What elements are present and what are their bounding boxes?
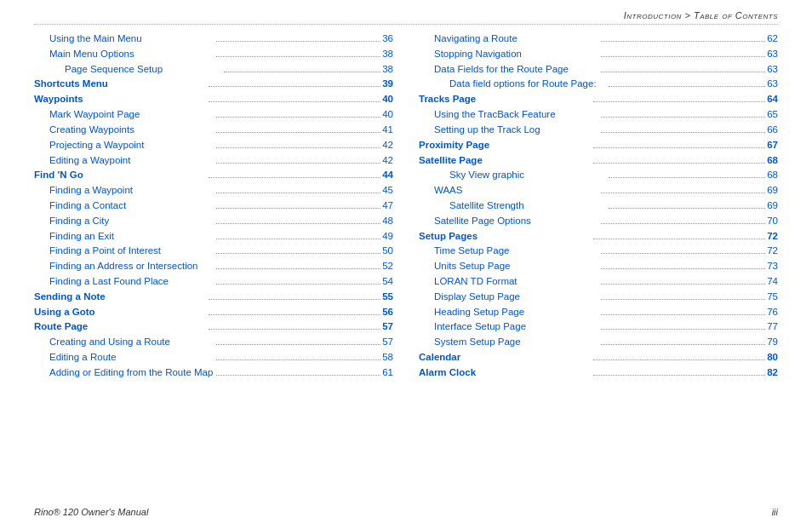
toc-entry: Main Menu Options38 <box>34 47 393 62</box>
toc-dots <box>224 72 381 72</box>
toc-entry: Creating and Using a Route57 <box>34 335 393 350</box>
toc-dots <box>601 56 766 57</box>
toc-entry-page: 79 <box>767 335 778 350</box>
toc-entry-page: 49 <box>382 229 393 244</box>
toc-dots <box>216 223 381 224</box>
toc-dots <box>601 117 766 118</box>
toc-entry-page: 74 <box>767 274 778 290</box>
toc-entry: Units Setup Page73 <box>419 259 778 274</box>
toc-dots <box>216 239 381 239</box>
toc-dots <box>216 56 381 57</box>
toc-entry-page: 77 <box>767 319 778 335</box>
toc-entry: Route Page57 <box>34 319 393 335</box>
toc-dots <box>216 132 381 133</box>
toc-dots <box>209 177 381 178</box>
toc-entry: Projecting a Waypoint42 <box>34 138 393 153</box>
toc-entry-page: 67 <box>767 138 778 153</box>
toc-entry-page: 56 <box>382 305 393 320</box>
toc-dots <box>209 314 381 315</box>
toc-entry-title: Creating and Using a Route <box>34 335 214 350</box>
toc-entry: Using the Main Menu36 <box>34 32 393 47</box>
toc-entry: Finding an Exit49 <box>34 229 393 244</box>
toc-entry: Time Setup Page72 <box>419 244 778 259</box>
header-text: Introduction > Table of Contents <box>624 10 778 20</box>
toc-entry: Heading Setup Page76 <box>419 305 778 320</box>
toc-entry: Finding a Point of Interest50 <box>34 244 393 259</box>
toc-dots <box>216 268 381 269</box>
toc-entry: Proximity Page67 <box>419 138 778 153</box>
page-footer: Rino® 120 Owner's Manual iii <box>34 507 778 517</box>
toc-dots <box>593 375 766 376</box>
toc-dots <box>216 147 381 148</box>
toc-entry-title: Finding a Last Found Place <box>34 274 214 290</box>
toc-entry-page: 72 <box>767 244 778 259</box>
toc-entry-page: 40 <box>382 92 393 107</box>
toc-entry-title: Page Sequence Setup <box>34 62 222 78</box>
toc-entry: Sky View graphic68 <box>419 168 778 183</box>
toc-entry: Sending a Note55 <box>34 290 393 305</box>
toc-entry-page: 63 <box>767 47 778 62</box>
toc-entry: LORAN TD Format74 <box>419 274 778 290</box>
toc-dots <box>601 284 766 285</box>
toc-entry: System Setup Page79 <box>419 335 778 350</box>
toc-entry-page: 61 <box>382 365 393 381</box>
toc-dots <box>593 163 766 164</box>
toc-entry-title: Finding an Address or Intersection <box>34 259 214 274</box>
toc-dots <box>601 314 766 315</box>
toc-entry-title: Satellite Page Options <box>419 214 599 229</box>
toc-entry: Interface Setup Page77 <box>419 319 778 335</box>
toc-dots <box>216 344 381 345</box>
toc-entry: Finding a City48 <box>34 214 393 229</box>
footer-manual-title: Rino® 120 Owner's Manual <box>34 507 148 517</box>
right-column: Navigating a Route62Stopping Navigation6… <box>419 32 778 381</box>
toc-entry: Calendar80 <box>419 350 778 365</box>
toc-entry-page: 62 <box>767 32 778 47</box>
toc-entry-page: 44 <box>382 168 393 183</box>
toc-entry: Page Sequence Setup38 <box>34 62 393 78</box>
toc-entry-page: 48 <box>382 214 393 229</box>
toc-entry-page: 76 <box>767 305 778 320</box>
toc-entry-title: Finding an Exit <box>34 229 214 244</box>
toc-entry-page: 63 <box>767 77 778 92</box>
toc-dots <box>216 359 381 360</box>
toc-dots <box>209 86 381 87</box>
toc-entry-title: Finding a Point of Interest <box>34 244 214 259</box>
toc-dots <box>601 41 766 42</box>
toc-entry-title: Display Setup Page <box>419 290 599 305</box>
toc-dots <box>216 41 381 42</box>
toc-dots <box>216 193 381 193</box>
toc-entry-title: Finding a City <box>34 214 214 229</box>
toc-dots <box>601 329 766 330</box>
toc-entry: Adding or Editing from the Route Map Pag… <box>34 365 393 381</box>
toc-entry: Satellite Page Options70 <box>419 214 778 229</box>
toc-entry: Alarm Clock82 <box>419 365 778 381</box>
toc-entry-title: WAAS <box>419 183 599 198</box>
toc-dots <box>601 223 766 224</box>
toc-entry-page: 57 <box>382 335 393 350</box>
toc-entry-page: 75 <box>767 290 778 305</box>
toc-entry-page: 42 <box>382 138 393 153</box>
toc-entry-title: Navigating a Route <box>419 32 599 47</box>
toc-entry-page: 38 <box>382 47 393 62</box>
toc-entry-page: 50 <box>382 244 393 259</box>
toc-entry: Setup Pages72 <box>419 229 778 244</box>
toc-entry: Navigating a Route62 <box>419 32 778 47</box>
toc-entry-title: Shortcuts Menu <box>34 77 207 92</box>
toc-entry-page: 54 <box>382 274 393 290</box>
toc-entry-page: 64 <box>767 92 778 107</box>
toc-entry-title: Find 'N Go <box>34 168 207 183</box>
toc-entry-title: Route Page <box>34 319 207 335</box>
toc-entry: Satellite Strength69 <box>419 198 778 214</box>
toc-entry-page: 42 <box>382 153 393 169</box>
toc-dots <box>593 239 766 239</box>
toc-entry: Tracks Page64 <box>419 92 778 107</box>
toc-entry: Satellite Page68 <box>419 153 778 169</box>
toc-entry-page: 36 <box>382 32 393 47</box>
toc-entry-title: Main Menu Options <box>34 47 214 62</box>
toc-entry-title: Interface Setup Page <box>419 319 599 335</box>
toc-dots <box>216 163 381 164</box>
toc-entry: Stopping Navigation63 <box>419 47 778 62</box>
toc-entry-page: 52 <box>382 259 393 274</box>
toc-entry: Shortcuts Menu39 <box>34 77 393 92</box>
toc-dots <box>609 177 766 178</box>
